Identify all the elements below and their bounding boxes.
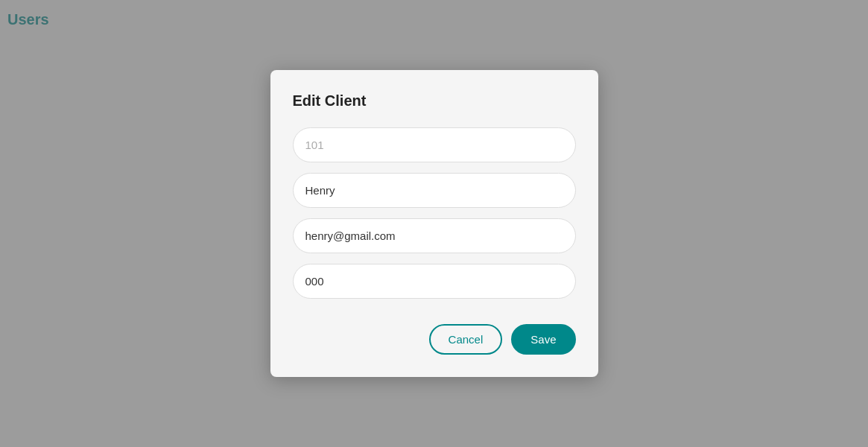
client-id-input[interactable]	[293, 127, 576, 162]
modal-overlay: Edit Client Cancel Save	[0, 0, 868, 447]
client-email-input[interactable]	[293, 218, 576, 253]
modal-actions: Cancel Save	[293, 324, 576, 355]
client-name-input[interactable]	[293, 173, 576, 208]
save-button[interactable]: Save	[511, 324, 575, 355]
modal-title: Edit Client	[293, 92, 576, 110]
cancel-button[interactable]: Cancel	[429, 324, 503, 355]
edit-client-modal: Edit Client Cancel Save	[270, 70, 598, 377]
client-mobile-input[interactable]	[293, 264, 576, 299]
